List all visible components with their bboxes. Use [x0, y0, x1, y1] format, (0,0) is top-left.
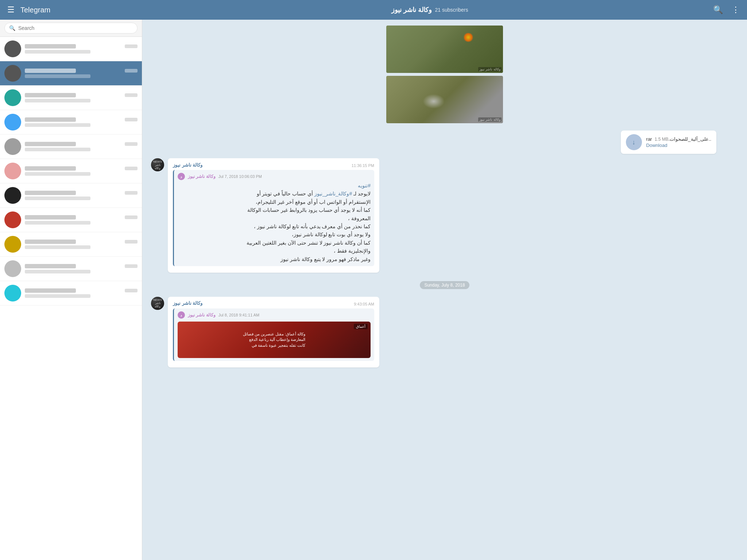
list-item[interactable]: [0, 281, 142, 306]
avatar: [4, 89, 21, 106]
topbar: ☰ Telegram وكالة ناشر نيوز 21 subscriber…: [0, 0, 747, 20]
download-button[interactable]: ↓: [626, 134, 642, 150]
message-content: وكالة ناشر نيوز 11:36:15 PM و وكالة ناشر…: [168, 158, 738, 273]
message-header-2: وكالة ناشر نيوز 9:43:05 AM: [173, 300, 374, 306]
search-icon: 🔍: [9, 25, 15, 31]
fwd-sender: وكالة ناشر نيوز: [188, 174, 216, 179]
avatar: [4, 40, 21, 57]
avatar: [4, 236, 21, 253]
subscriber-count: 21 subscribers: [435, 7, 468, 13]
topbar-center: وكالة ناشر نيوز 21 subscribers: [154, 6, 706, 14]
forwarded-text: #تنويه لايوجد لـ #وكالة_ناشر_نيوز أي حسا…: [178, 182, 371, 263]
message-header: وكالة ناشر نيوز 11:36:15 PM: [173, 162, 374, 168]
message-avatar-2: NEWSناشروكالة: [151, 297, 164, 310]
chat-info: [25, 69, 138, 78]
avatar: [4, 285, 21, 302]
chat-info: [25, 93, 138, 102]
channel-name: وكالة ناشر نيوز: [391, 6, 432, 14]
app-title: Telegram: [20, 6, 50, 14]
fwd-header: و وكالة ناشر نيوز Jul 7, 2018 10:06:03 P…: [178, 173, 371, 180]
fwd-avatar: و: [178, 173, 185, 180]
message-content-2: وكالة ناشر نيوز 9:43:05 AM و وكالة ناشر …: [168, 297, 738, 368]
list-item[interactable]: [0, 257, 142, 281]
messages-container: وكالة ناشر نيوز وكالة ناشر نيوز ↓ ..على_…: [142, 20, 747, 560]
list-item[interactable]: [0, 208, 142, 232]
smoke-effect: [423, 94, 445, 109]
hamburger-menu-button[interactable]: ☰: [6, 4, 16, 16]
list-item[interactable]: [0, 183, 142, 208]
main-layout: 🔍: [0, 20, 747, 560]
media-image-2: وكالة ناشر نيوز: [386, 76, 503, 123]
search-box: 🔍: [0, 20, 142, 37]
message-bubble: وكالة ناشر نيوز 11:36:15 PM و وكالة ناشر…: [168, 158, 379, 273]
chat-info: [25, 117, 138, 127]
date-divider: Sunday, July 8, 2018: [151, 281, 738, 288]
explosion-effect: [463, 33, 474, 42]
message-time-2: 9:43:05 AM: [354, 302, 374, 306]
search-button[interactable]: 🔍: [712, 4, 724, 16]
chat-info: [25, 191, 138, 200]
list-item[interactable]: [0, 110, 142, 135]
image-watermark: وكالة ناشر نيوز: [478, 67, 502, 71]
message-group: NEWSناشروكالة وكالة ناشر نيوز 11:36:15 P…: [151, 158, 738, 273]
chat-info: [25, 44, 138, 54]
avatar: [4, 114, 21, 131]
avatar: [4, 138, 21, 155]
download-info: ..على_آلية_للصحوات.rar 1.5 MB Download: [646, 136, 711, 148]
chat-info: [25, 288, 138, 298]
forwarded-bubble: و وكالة ناشر نيوز Jul 7, 2018 10:06:03 P…: [173, 170, 374, 266]
fwd-sender-2: وكالة ناشر نيوز: [188, 312, 216, 318]
fwd-avatar-2: و: [178, 311, 185, 319]
topbar-left: ☰ Telegram: [6, 4, 148, 16]
message-time: 11:36:15 PM: [352, 163, 374, 168]
topbar-right: 🔍 ⋮: [712, 4, 741, 16]
search-input-wrap[interactable]: 🔍: [4, 23, 138, 34]
chat-area: وكالة ناشر نيوز وكالة ناشر نيوز ↓ ..على_…: [142, 20, 747, 560]
chat-info: [25, 166, 138, 176]
message-bubble-2: وكالة ناشر نيوز 9:43:05 AM و وكالة ناشر …: [168, 297, 379, 368]
download-row: ↓ ..على_آلية_للصحوات.rar 1.5 MB Download: [621, 131, 716, 154]
search-input[interactable]: [18, 25, 133, 31]
chat-info: [25, 264, 138, 273]
chat-list: [0, 37, 142, 560]
date-divider-label: Sunday, July 8, 2018: [420, 281, 469, 289]
fwd-header-2: و وكالة ناشر نيوز Jul 8, 2018 9:41:11 AM: [178, 311, 371, 319]
list-item[interactable]: [0, 37, 142, 61]
news-text-overlay: وكالة أعماق: مقتل عنصرين من فصائل المعار…: [240, 328, 308, 351]
forwarded-bubble-2: و وكالة ناشر نيوز Jul 8, 2018 9:41:11 AM…: [173, 308, 374, 361]
avatar: [4, 211, 21, 228]
news-article-image: أعماق وكالة أعماق: مقتل عنصرين من فصائل …: [178, 322, 371, 358]
download-link[interactable]: Download: [646, 143, 711, 148]
media-images: وكالة ناشر نيوز وكالة ناشر نيوز: [151, 26, 738, 123]
avatar: [4, 187, 21, 204]
avatar-inner-2: NEWSناشروكالة: [151, 297, 164, 310]
message-sender-2: وكالة ناشر نيوز: [173, 300, 202, 306]
list-item[interactable]: [0, 61, 142, 86]
sidebar: 🔍: [0, 20, 142, 560]
list-item[interactable]: [0, 135, 142, 159]
news-logo: أعماق: [354, 324, 368, 329]
hashtag: #تنويه: [358, 183, 371, 188]
image-watermark-2: وكالة ناشر نيوز: [478, 117, 502, 122]
download-size: 1.5 MB: [655, 137, 669, 142]
list-item[interactable]: [0, 86, 142, 110]
list-item[interactable]: [0, 159, 142, 183]
avatar-inner: NEWSناشروكالة: [151, 158, 164, 171]
avatar: [4, 260, 21, 277]
message-sender: وكالة ناشر نيوز: [173, 162, 202, 168]
fwd-date: Jul 7, 2018 10:06:03 PM: [218, 174, 262, 179]
chat-info: [25, 215, 138, 225]
avatar: [4, 163, 21, 179]
message-group-2: NEWSناشروكالة وكالة ناشر نيوز 9:43:05 AM…: [151, 297, 738, 368]
chat-info: [25, 240, 138, 249]
avatar: [4, 65, 21, 82]
list-item[interactable]: [0, 232, 142, 257]
download-filename: ..على_آلية_للصحوات.rar 1.5 MB: [646, 136, 711, 142]
chat-info: [25, 142, 138, 151]
fwd-date-2: Jul 8, 2018 9:41:11 AM: [218, 313, 260, 317]
media-image-1: وكالة ناشر نيوز: [386, 26, 503, 73]
message-avatar: NEWSناشروكالة: [151, 158, 164, 171]
more-options-button[interactable]: ⋮: [730, 4, 741, 16]
